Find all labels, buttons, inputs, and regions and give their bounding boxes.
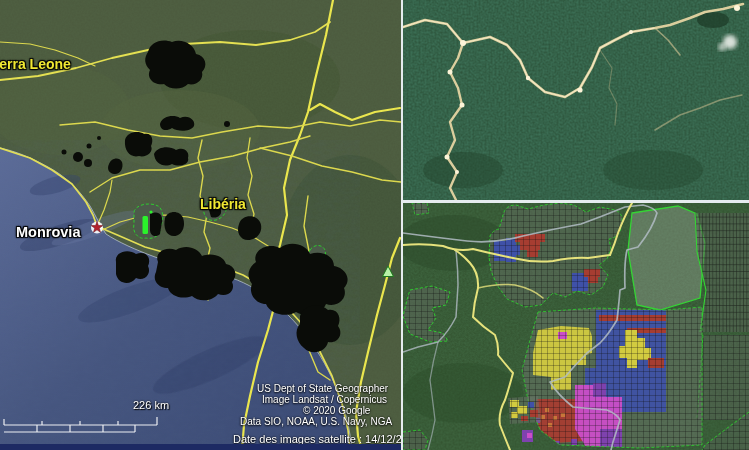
attribution-line-4: Data SIO, NOAA, U.S. Navy, NGA xyxy=(240,416,392,427)
scale-bar-label: 226 km xyxy=(133,399,169,411)
green-bar-marker xyxy=(143,216,149,234)
cleared-concession-polygon xyxy=(628,206,705,310)
city-star-icon[interactable] xyxy=(91,222,103,234)
attribution-line-2: Image Landsat / Copernicus xyxy=(262,394,387,405)
forest-canvas xyxy=(403,0,749,200)
google-earth-liberia-panel[interactable]: Sierra Leone Libéria Monrovia 226 km US … xyxy=(0,0,401,450)
satellite-map-composite: Sierra Leone Libéria Monrovia 226 km US … xyxy=(0,0,749,450)
concession-block-right xyxy=(695,213,749,420)
attribution-line-1: US Dept of State Geographer xyxy=(257,383,388,394)
status-strip xyxy=(0,444,401,450)
attribution-line-3: © 2020 Google xyxy=(303,405,370,416)
green-dot-marker xyxy=(149,210,152,213)
concession-patch-topleft xyxy=(412,203,429,215)
concession-grid-panel[interactable] xyxy=(403,203,749,450)
concession-canvas xyxy=(403,203,749,450)
forest-satellite-panel[interactable] xyxy=(403,0,749,200)
